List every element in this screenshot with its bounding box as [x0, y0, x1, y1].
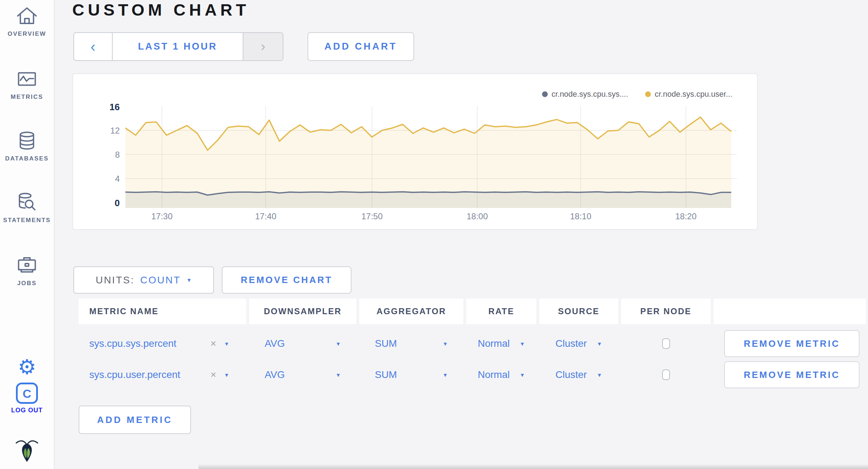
briefcase-icon	[0, 254, 54, 276]
metrics-chart-icon	[0, 68, 54, 90]
clear-metric-icon[interactable]: ×	[210, 369, 216, 380]
column-header-rate: RATE	[466, 299, 536, 324]
clear-metric-icon[interactable]: ×	[210, 338, 216, 349]
chevron-left-icon: ‹	[91, 38, 96, 55]
source-value: Cluster	[556, 369, 587, 380]
caret-down-icon: ▼	[336, 372, 341, 378]
settings-button[interactable]: ⚙	[0, 356, 54, 378]
column-header-aggregator: AGGREGATOR	[359, 299, 463, 324]
aggregator-value: SUM	[375, 369, 397, 380]
downsampler-select[interactable]: AVG ▼	[249, 361, 356, 389]
caret-down-icon: ▼	[520, 341, 525, 347]
units-value: COUNT	[140, 275, 181, 286]
per-node-checkbox[interactable]	[662, 369, 670, 380]
sidebar-item-label: JOBS	[0, 280, 54, 287]
logout-button[interactable]: C LOG OUT	[0, 383, 54, 414]
gear-icon: ⚙	[18, 355, 36, 378]
y-axis-tick: 16	[103, 102, 120, 113]
chart-card: cr.node.sys.cpu.sys.... cr.node.sys.cpu.…	[72, 73, 758, 230]
source-select[interactable]: Cluster ▼	[539, 361, 618, 389]
sidebar: OVERVIEW METRICS DATABASES	[0, 0, 55, 469]
caret-down-icon: ▼	[443, 372, 448, 378]
downsampler-value: AVG	[265, 338, 285, 349]
x-axis-tick: 17:40	[246, 211, 285, 221]
metric-name-dropdown[interactable]: sys.cpu.user.percent	[79, 369, 180, 380]
caret-down-icon[interactable]: ▼	[224, 341, 229, 347]
table-row: sys.cpu.sys.percent × ▼ AVG ▼ SUM ▼ Norm…	[79, 329, 866, 358]
caret-down-icon[interactable]: ▼	[224, 372, 229, 378]
table-row: sys.cpu.user.percent × ▼ AVG ▼ SUM ▼ Nor…	[79, 361, 866, 389]
y-axis-tick: 0	[103, 198, 120, 209]
column-header-downsampler: DOWNSAMPLER	[249, 299, 356, 324]
aggregator-value: SUM	[375, 338, 397, 349]
y-axis-tick: 8	[103, 150, 120, 160]
admin-ui-custom-chart-page: OVERVIEW METRICS DATABASES	[0, 0, 868, 469]
sidebar-item-statements[interactable]: STATEMENTS	[0, 191, 54, 224]
rate-value: Normal	[478, 369, 509, 380]
caret-down-icon: ▼	[336, 341, 341, 347]
caret-down-icon: ▼	[597, 372, 602, 378]
metric-name-dropdown[interactable]: sys.cpu.sys.percent	[79, 338, 176, 349]
remove-metric-button[interactable]: REMOVE METRIC	[724, 361, 859, 388]
y-axis-tick: 4	[103, 174, 120, 184]
cockroach-c-logo-icon: C	[16, 383, 38, 404]
rate-select[interactable]: Normal ▼	[466, 329, 536, 358]
time-prev-button[interactable]: ‹	[74, 33, 113, 60]
time-window-label: LAST 1 HOUR	[138, 41, 217, 52]
sidebar-item-label: DATABASES	[0, 155, 54, 162]
units-label: UNITS:	[96, 275, 135, 286]
x-axis-tick: 17:50	[353, 211, 391, 221]
remove-metric-button[interactable]: REMOVE METRIC	[724, 330, 859, 357]
sidebar-item-metrics[interactable]: METRICS	[0, 68, 54, 101]
sidebar-item-jobs[interactable]: JOBS	[0, 254, 54, 287]
time-window-dropdown[interactable]: LAST 1 HOUR	[113, 33, 243, 60]
logout-label: LOG OUT	[0, 407, 54, 414]
scroll-shadow	[198, 464, 868, 469]
home-icon	[0, 5, 54, 27]
cockroachdb-bug-logo-icon	[0, 438, 54, 463]
x-axis-tick: 18:00	[458, 211, 497, 221]
chevron-right-icon: ›	[261, 39, 265, 54]
add-chart-button[interactable]: ADD CHART	[308, 32, 414, 61]
x-axis-tick: 18:10	[561, 211, 600, 221]
aggregator-select[interactable]: SUM ▼	[359, 329, 463, 358]
aggregator-select[interactable]: SUM ▼	[359, 361, 463, 389]
per-node-checkbox[interactable]	[662, 338, 670, 349]
caret-down-icon: ▼	[186, 277, 192, 283]
time-window-selector: ‹ LAST 1 HOUR ›	[73, 32, 283, 61]
rate-select[interactable]: Normal ▼	[466, 361, 536, 389]
metrics-table-header: METRIC NAME DOWNSAMPLER AGGREGATOR RATE …	[79, 299, 866, 324]
caret-down-icon: ▼	[520, 372, 525, 378]
statements-search-icon	[0, 191, 54, 213]
column-header-source: SOURCE	[539, 299, 618, 324]
source-value: Cluster	[556, 338, 587, 349]
page-title: CUSTOM CHART	[72, 0, 249, 19]
column-header-metric-name: METRIC NAME	[79, 299, 246, 324]
column-header-per-node: PER NODE	[621, 299, 711, 324]
y-axis-tick: 12	[103, 126, 120, 136]
caret-down-icon: ▼	[443, 341, 448, 347]
time-next-button[interactable]: ›	[243, 33, 283, 60]
x-axis-tick: 17:30	[142, 211, 181, 221]
sidebar-item-label: STATEMENTS	[0, 217, 54, 224]
source-select[interactable]: Cluster ▼	[539, 329, 618, 358]
sidebar-item-databases[interactable]: DATABASES	[0, 130, 54, 162]
chart-svg	[73, 74, 757, 229]
sidebar-item-label: METRICS	[0, 94, 54, 101]
caret-down-icon: ▼	[597, 341, 602, 347]
column-header-actions	[714, 299, 866, 324]
downsampler-value: AVG	[265, 369, 285, 380]
units-dropdown[interactable]: UNITS: COUNT ▼	[73, 266, 214, 294]
database-icon	[0, 130, 54, 152]
rate-value: Normal	[478, 338, 509, 349]
x-axis-tick: 18:20	[666, 211, 705, 221]
sidebar-item-label: OVERVIEW	[0, 30, 54, 38]
downsampler-select[interactable]: AVG ▼	[249, 329, 356, 358]
sidebar-item-overview[interactable]: OVERVIEW	[0, 5, 54, 38]
remove-chart-button[interactable]: REMOVE CHART	[222, 266, 351, 294]
add-metric-button[interactable]: ADD METRIC	[79, 406, 191, 434]
